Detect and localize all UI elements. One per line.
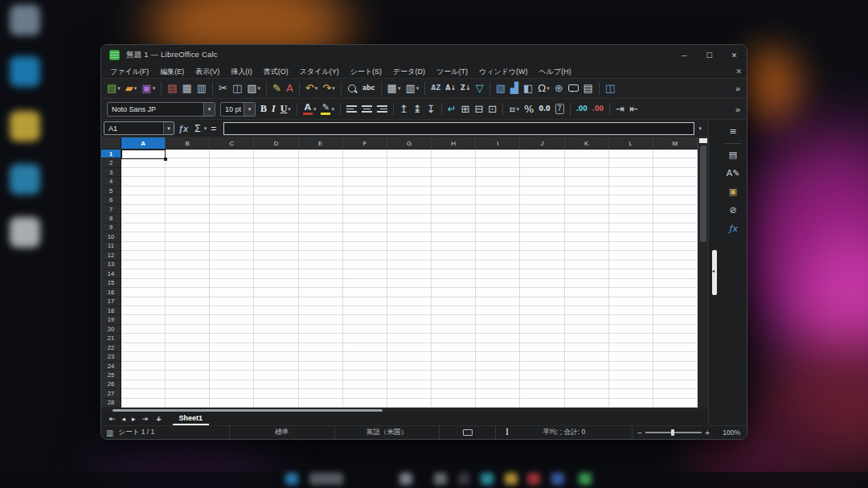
select-all-corner[interactable]: [101, 137, 121, 150]
cell-I10[interactable]: [476, 232, 520, 241]
cell-I11[interactable]: [476, 242, 520, 251]
cell-C21[interactable]: [210, 334, 254, 342]
cell-M4[interactable]: [653, 177, 698, 186]
row-header-27[interactable]: 27: [101, 389, 121, 398]
cell-A5[interactable]: [121, 187, 166, 195]
cell-J6[interactable]: [520, 195, 564, 204]
cell-E18[interactable]: [299, 306, 343, 315]
row-header-2[interactable]: 2: [101, 158, 121, 167]
cell-K3[interactable]: [565, 168, 609, 177]
sidebar-hide-grip[interactable]: [712, 250, 717, 295]
cell-E23[interactable]: [299, 352, 343, 361]
vertical-scrollbar-thumb[interactable]: [700, 146, 706, 242]
number-format-icon[interactable]: 0.0: [537, 101, 551, 117]
cell-I6[interactable]: [476, 195, 520, 204]
merge-cells-icon[interactable]: ⊟: [473, 101, 485, 117]
cell-A7[interactable]: [121, 205, 166, 214]
cell-C13[interactable]: [210, 260, 254, 269]
previous-sheet-icon[interactable]: ◂: [119, 415, 129, 423]
vertical-scrollbar[interactable]: [698, 137, 708, 408]
cell-J5[interactable]: [520, 187, 564, 195]
cell-K15[interactable]: [565, 279, 609, 288]
cell-I13[interactable]: [476, 260, 520, 269]
row-header-7[interactable]: 7: [101, 205, 121, 214]
cell-D25[interactable]: [254, 371, 298, 379]
cell-H3[interactable]: [432, 168, 476, 177]
cell-E4[interactable]: [299, 177, 343, 186]
paste-icon[interactable]: ▧▾: [245, 80, 262, 96]
cell-D22[interactable]: [254, 343, 298, 352]
cell-J3[interactable]: [520, 168, 564, 177]
cell-C5[interactable]: [210, 187, 254, 195]
cell-K26[interactable]: [565, 380, 609, 389]
clone-formatting-icon[interactable]: ✎: [271, 80, 283, 96]
cell-C10[interactable]: [210, 232, 254, 241]
cell-I3[interactable]: [476, 168, 520, 177]
cell-M16[interactable]: [653, 288, 698, 297]
cell-L23[interactable]: [609, 352, 653, 361]
cell-H17[interactable]: [432, 297, 476, 306]
cell-B13[interactable]: [166, 260, 210, 269]
cell-I23[interactable]: [476, 352, 520, 361]
row-header-20[interactable]: 20: [101, 325, 121, 334]
cell-H20[interactable]: [432, 325, 476, 334]
close-document-icon[interactable]: ✕: [735, 68, 742, 76]
cell-G18[interactable]: [387, 306, 432, 315]
row-header-24[interactable]: 24: [101, 362, 121, 371]
cell-A19[interactable]: [121, 315, 166, 324]
cell-H14[interactable]: [432, 269, 476, 278]
row-header-10[interactable]: 10: [101, 232, 121, 241]
cell-D26[interactable]: [254, 380, 298, 389]
cell-A24[interactable]: [121, 362, 166, 371]
cell-H13[interactable]: [432, 260, 476, 269]
cell-D18[interactable]: [254, 306, 298, 315]
taskbar-icon-8[interactable]: [527, 473, 540, 485]
cell-B23[interactable]: [166, 352, 210, 361]
cell-H18[interactable]: [432, 306, 476, 315]
chevron-down-icon[interactable]: ▾: [398, 85, 401, 92]
cell-F8[interactable]: [343, 214, 387, 223]
cell-D7[interactable]: [254, 205, 298, 214]
cell-I18[interactable]: [476, 306, 520, 315]
cell-G21[interactable]: [387, 334, 432, 342]
cell-I22[interactable]: [476, 343, 520, 352]
cell-B8[interactable]: [166, 214, 210, 223]
cut-icon[interactable]: ✂: [217, 80, 229, 96]
statusbar-pagestyle-section[interactable]: 標準: [230, 426, 335, 439]
cell-B5[interactable]: [166, 187, 210, 195]
cell-J1[interactable]: [520, 150, 564, 158]
cell-D2[interactable]: [254, 158, 298, 167]
cell-C4[interactable]: [210, 177, 254, 186]
cell-B22[interactable]: [166, 343, 210, 352]
cell-M12[interactable]: [653, 251, 698, 260]
cell-M25[interactable]: [653, 371, 698, 379]
cell-B14[interactable]: [166, 269, 210, 278]
cell-K6[interactable]: [565, 195, 609, 204]
add-decimal-icon[interactable]: .00: [575, 101, 589, 117]
cell-H26[interactable]: [432, 380, 476, 389]
cell-I19[interactable]: [476, 315, 520, 324]
align-vcenter-icon[interactable]: ↨: [411, 101, 424, 117]
cell-D16[interactable]: [254, 288, 298, 297]
cell-G24[interactable]: [387, 362, 432, 371]
cell-F22[interactable]: [343, 343, 387, 352]
cell-K11[interactable]: [565, 242, 609, 251]
cell-D8[interactable]: [254, 214, 298, 223]
decrease-indent-icon[interactable]: ⇤: [628, 101, 640, 117]
cell-C16[interactable]: [210, 288, 254, 297]
cell-J27[interactable]: [520, 389, 564, 398]
insert-columns-icon[interactable]: ▥▾: [403, 80, 420, 96]
column-header-G[interactable]: G: [387, 137, 432, 150]
print-preview-icon[interactable]: ▥: [195, 80, 208, 96]
cell-J24[interactable]: [520, 362, 564, 371]
cell-D24[interactable]: [254, 362, 298, 371]
cell-J14[interactable]: [520, 269, 564, 278]
selection-mode-section[interactable]: [440, 426, 496, 439]
cell-H10[interactable]: [432, 232, 476, 241]
cell-D23[interactable]: [254, 352, 298, 361]
cell-A22[interactable]: [121, 343, 166, 352]
cell-H8[interactable]: [432, 214, 476, 223]
percent-format-icon[interactable]: %: [522, 101, 535, 117]
cell-H7[interactable]: [432, 205, 476, 214]
cell-H15[interactable]: [432, 279, 476, 288]
